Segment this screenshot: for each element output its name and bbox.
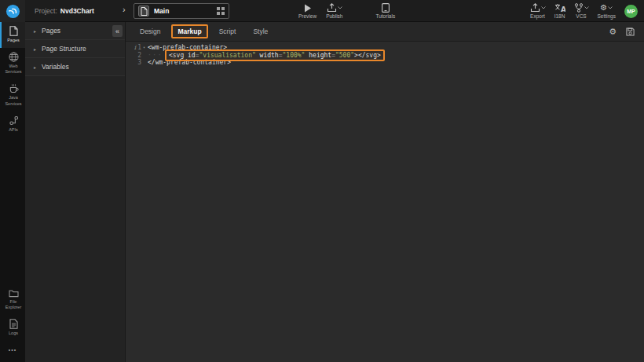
code-text: ···<svg id="visualisation" width="100%" … xyxy=(148,52,385,60)
coffee-cup-icon xyxy=(9,83,19,93)
highlight-annotation-box: <svg id="visualisation" width="100%" hei… xyxy=(165,49,385,62)
left-icon-rail: Pages Web Services Java Services APIs Fi… xyxy=(0,22,25,362)
panel-section-pages[interactable]: ▸ Pages xyxy=(25,22,125,40)
project-breadcrumb: Project: Nvd3Chart xyxy=(35,0,94,22)
pages-panel: ▸ Pages ▸ Page Structure ▸ Variables « xyxy=(25,22,126,362)
publish-icon xyxy=(327,3,337,13)
topbar-right-actions: Export A I18N VCS ⚙ Settings MP xyxy=(530,0,639,22)
tab-design[interactable]: Design xyxy=(140,27,160,35)
line-number: 3 xyxy=(137,59,141,67)
chevron-down-icon xyxy=(608,6,613,9)
chevron-down-icon xyxy=(541,6,546,9)
sidebar-item-pages[interactable]: Pages xyxy=(0,22,25,48)
panel-section-page-structure[interactable]: ▸ Page Structure xyxy=(25,40,125,58)
ide-window: Project: Nvd3Chart › Main Preview xyxy=(0,0,644,362)
collapse-panel-button[interactable]: « xyxy=(112,25,123,37)
gear-icon: ⚙ xyxy=(600,4,607,12)
line-number: 2 xyxy=(137,52,141,60)
settings-button[interactable]: ⚙ Settings xyxy=(598,3,617,19)
topbar-center-actions: Preview Publish Tutorials xyxy=(298,0,395,22)
markup-code-editor[interactable]: i1▾<wm-prefab-container>2···<svg id="vis… xyxy=(126,42,644,67)
sidebar-item-apis[interactable]: APIs xyxy=(0,112,25,137)
expand-arrow-icon: ▸ xyxy=(34,46,36,52)
tab-style[interactable]: Style xyxy=(253,27,268,35)
globe-icon xyxy=(9,52,19,62)
translate-icon: A xyxy=(554,3,565,13)
chevron-down-icon xyxy=(584,6,589,9)
more-options-button[interactable]: ••• xyxy=(0,341,25,359)
tutorials-icon xyxy=(382,3,390,13)
chevron-down-icon xyxy=(338,6,342,9)
branch-icon xyxy=(574,3,584,13)
tutorials-button[interactable]: Tutorials xyxy=(375,3,395,19)
play-icon xyxy=(304,4,312,13)
i18n-button[interactable]: A I18N xyxy=(554,3,565,19)
wavemaker-logo[interactable] xyxy=(0,0,25,22)
code-line[interactable]: 2···<svg id="visualisation" width="100%"… xyxy=(126,52,644,60)
logs-icon xyxy=(9,319,18,329)
panel-section-variables[interactable]: ▸ Variables xyxy=(25,58,125,76)
sidebar-item-logs[interactable]: Logs xyxy=(0,315,25,341)
top-bar: Project: Nvd3Chart › Main Preview xyxy=(0,0,644,22)
editor-area: Design Markup Script Style ⚙ i1▾<wm-pref… xyxy=(126,22,644,362)
sidebar-item-java-services[interactable]: Java Services xyxy=(0,79,25,111)
tab-script[interactable]: Script xyxy=(219,27,236,35)
editor-tab-actions: ⚙ xyxy=(609,22,635,41)
gutter-info-icon: i xyxy=(134,44,136,52)
svg-text:A: A xyxy=(561,5,565,13)
page-tab-label: Main xyxy=(154,7,212,15)
markup-settings-gear-icon[interactable]: ⚙ xyxy=(609,27,617,36)
save-icon[interactable] xyxy=(626,27,635,36)
page-tab-main[interactable]: Main xyxy=(134,3,229,19)
fold-marker-icon[interactable]: ▾ xyxy=(141,44,147,52)
rail-bottom-group: File Explorer Logs ••• xyxy=(0,285,25,362)
editor-tab-bar: Design Markup Script Style ⚙ xyxy=(126,22,644,42)
page-icon xyxy=(138,5,149,16)
expand-arrow-icon: ▸ xyxy=(34,64,36,70)
wavemaker-logo-icon xyxy=(5,4,20,19)
folder-icon xyxy=(9,289,19,298)
breadcrumb-chevron-icon[interactable]: › xyxy=(123,5,126,14)
tab-markup[interactable]: Markup xyxy=(171,24,207,38)
export-icon xyxy=(530,3,540,13)
project-label: Project: xyxy=(35,7,57,15)
pages-icon xyxy=(9,26,18,36)
project-name: Nvd3Chart xyxy=(60,7,94,15)
api-nodes-icon xyxy=(9,115,19,126)
export-button[interactable]: Export xyxy=(530,3,546,19)
user-avatar[interactable]: MP xyxy=(624,5,638,18)
code-lines: i1▾<wm-prefab-container>2···<svg id="vis… xyxy=(126,44,644,67)
expand-arrow-icon: ▸ xyxy=(34,28,36,34)
sidebar-item-web-services[interactable]: Web Services xyxy=(0,48,25,79)
vcs-button[interactable]: VCS xyxy=(574,3,589,19)
grid-icon[interactable] xyxy=(217,7,225,15)
sidebar-item-file-explorer[interactable]: File Explorer xyxy=(0,285,25,315)
publish-button[interactable]: Publish xyxy=(326,3,342,19)
preview-button[interactable]: Preview xyxy=(298,3,317,19)
